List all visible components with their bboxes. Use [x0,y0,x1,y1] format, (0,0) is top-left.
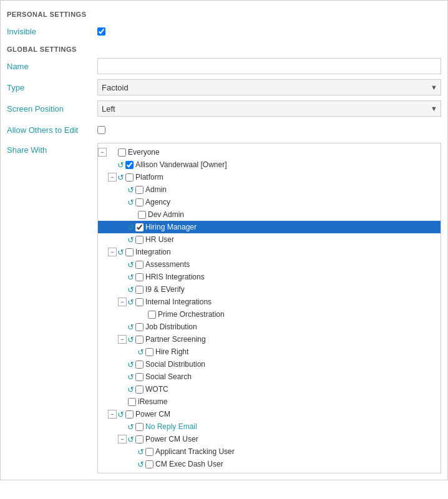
node-icon-integration: ↺ [117,248,124,257]
tree-node-powercmuser[interactable]: −↺Power CM User [98,433,441,445]
tree-node-integration[interactable]: −↺Integration [98,246,441,258]
node-icon-cmexec: ↺ [137,460,144,469]
node-label-hireright: Hire Right [155,347,188,356]
tree-node-onboarding[interactable]: ↺Onboarding User [98,470,441,473]
invisible-label: Invisible [7,27,97,36]
node-label-onboarding: Onboarding User [155,472,212,473]
node-check-devadmin[interactable] [138,211,146,219]
tree-node-cmexec[interactable]: ↺CM Exec Dash User [98,458,441,470]
tree-node-platform[interactable]: −↺Platform [98,171,441,183]
tree-node-hruser[interactable]: ↺HR User [98,233,441,246]
expand-btn-everyone[interactable]: − [98,148,107,157]
tree-node-wotc[interactable]: ↺WOTC [98,383,441,395]
node-icon-onboarding: ↺ [137,472,144,474]
expand-btn-integration[interactable]: − [108,248,117,256]
invisible-row: Invisible [7,23,441,39]
tree-node-noreplyemail[interactable]: ↺No Reply Email [98,420,441,433]
node-icon-powercmuser: ↺ [127,435,134,444]
tree-node-everyone[interactable]: −Everyone [98,146,441,158]
node-check-noreplyemail[interactable] [135,423,144,431]
tree-node-iresume[interactable]: iResume [98,395,441,408]
global-settings-header: GLOBAL SETTINGS [7,46,441,53]
screen-position-select[interactable]: Left [97,100,441,117]
node-check-admin[interactable] [135,186,144,194]
tree-node-assessments[interactable]: ↺Assessments [98,258,441,271]
node-icon-socialdist: ↺ [127,360,134,369]
node-icon-hris: ↺ [127,273,134,282]
expand-btn-powercm[interactable]: − [108,410,117,419]
node-label-partnerscreen: Partner Screening [145,335,206,344]
node-check-agency[interactable] [135,198,144,206]
node-icon-i9: ↺ [127,285,134,294]
node-check-powercm[interactable] [125,410,134,419]
node-check-platform[interactable] [125,173,134,182]
tree-node-socialdist[interactable]: ↺Social Distribution [98,358,441,371]
node-check-hiringmanager[interactable] [135,223,144,231]
node-check-hris[interactable] [135,273,144,281]
name-control: Hiring Manager: To Do List [97,58,441,74]
node-check-hireright[interactable] [145,348,153,356]
allow-edit-label: Allow Others to Edit [7,125,97,135]
tree-node-internalint[interactable]: −↺Internal Integrations [98,296,441,308]
node-check-applicant[interactable] [145,448,153,456]
node-check-hruser[interactable] [135,236,144,244]
invisible-checkbox[interactable] [97,27,105,36]
node-icon-jobdist: ↺ [127,322,134,332]
tree-node-agency[interactable]: ↺Agency [98,196,441,208]
node-check-i9[interactable] [135,286,144,294]
node-label-socialdist: Social Distribution [145,360,205,369]
personal-settings-header: PERSONAL SETTINGS [7,11,441,18]
share-with-tree[interactable]: −Everyone↺Allison Vanderwaal [Owner]−↺Pl… [97,143,441,473]
type-select[interactable]: Factoid [97,79,441,95]
node-check-assessments[interactable] [135,261,144,269]
node-label-iresume: iResume [138,397,167,406]
expand-btn-partnerscreen[interactable]: − [118,335,127,344]
tree-node-socialsearch[interactable]: ↺Social Search [98,371,441,383]
node-check-primeorch[interactable] [148,311,156,319]
tree-node-admin[interactable]: ↺Admin [98,183,441,196]
node-check-onboarding[interactable] [145,473,153,474]
tree-node-jobdist[interactable]: ↺Job Distribution [98,321,441,333]
node-label-socialsearch: Social Search [145,372,192,381]
node-check-internalint[interactable] [135,298,144,306]
tree-node-hireright[interactable]: ↺Hire Right [98,346,441,358]
node-label-platform: Platform [135,173,163,182]
node-label-hiringmanager: Hiring Manager [145,223,197,231]
expand-btn-platform[interactable]: − [108,173,117,182]
node-label-allison: Allison Vanderwaal [Owner] [135,160,227,169]
allow-edit-checkbox[interactable] [97,126,105,134]
node-label-everyone: Everyone [128,148,160,157]
screen-position-control: Left ▼ [97,100,441,117]
node-label-cmexec: CM Exec Dash User [155,460,223,468]
node-check-everyone[interactable] [118,148,126,157]
allow-edit-row: Allow Others to Edit [7,122,441,138]
tree-node-devadmin[interactable]: Dev Admin [98,208,441,221]
node-check-wotc[interactable] [135,385,144,394]
node-check-cmexec[interactable] [145,460,153,468]
node-check-jobdist[interactable] [135,323,144,331]
node-label-wotc: WOTC [145,385,168,394]
share-with-label: Share With [7,143,97,155]
node-check-socialsearch[interactable] [135,373,144,381]
tree-node-allison[interactable]: ↺Allison Vanderwaal [Owner] [98,158,441,171]
node-check-allison[interactable] [125,161,134,169]
node-label-assessments: Assessments [145,260,190,269]
node-check-partnerscreen[interactable] [135,336,144,344]
node-check-socialdist[interactable] [135,361,144,369]
tree-node-primeorch[interactable]: Prime Orchestration [98,308,441,321]
node-icon-applicant: ↺ [137,447,144,457]
tree-node-hiringmanager[interactable]: ↺Hiring Manager [98,221,441,233]
node-check-powercmuser[interactable] [135,435,144,443]
tree-node-powercm[interactable]: −↺Power CM [98,408,441,420]
expand-btn-powercmuser[interactable]: − [118,435,127,443]
tree-node-i9[interactable]: ↺I9 & EVerify [98,283,441,296]
tree-node-applicant[interactable]: ↺Applicant Tracking User [98,445,441,458]
node-label-powercmuser: Power CM User [145,435,198,443]
tree-node-partnerscreen[interactable]: −↺Partner Screening [98,333,441,346]
node-check-iresume[interactable] [128,398,136,406]
node-icon-admin: ↺ [127,185,134,195]
expand-btn-internalint[interactable]: − [118,298,127,306]
node-check-integration[interactable] [125,248,134,256]
name-input[interactable]: Hiring Manager: To Do List [97,58,441,74]
tree-node-hris[interactable]: ↺HRIS Integrations [98,271,441,283]
